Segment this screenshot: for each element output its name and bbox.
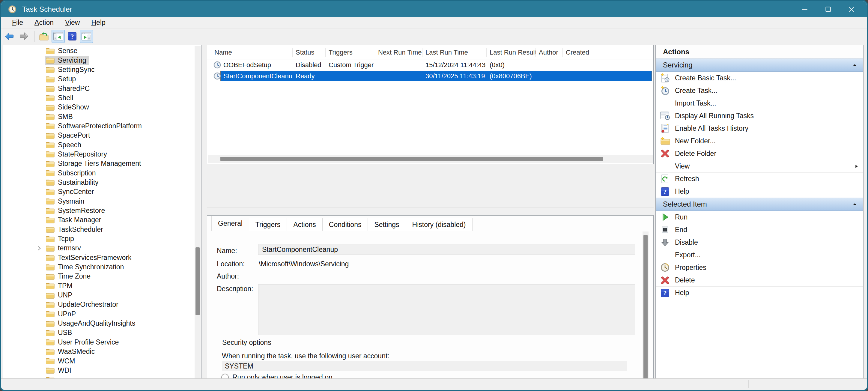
tab-triggers[interactable]: Triggers [249, 218, 287, 231]
tree-item-waasmedic[interactable]: WaaSMedic [3, 347, 194, 356]
actions-section-label: Selected Item [663, 200, 707, 208]
tab-history-disabled[interactable]: History (disabled) [406, 218, 472, 231]
show-action-pane-button[interactable] [80, 30, 93, 43]
action-item-view[interactable]: View [656, 160, 863, 173]
export-list-button[interactable] [37, 30, 51, 43]
tab-conditions[interactable]: Conditions [322, 218, 368, 231]
tab-settings[interactable]: Settings [368, 218, 406, 231]
maximize-button[interactable] [816, 1, 840, 17]
action-item-refresh[interactable]: Refresh [656, 173, 863, 185]
name-field[interactable]: StartComponentCleanup [258, 244, 636, 255]
back-button[interactable] [3, 30, 16, 43]
tree-item-setup[interactable]: Setup [3, 74, 194, 84]
action-item-enable-all-tasks-history[interactable]: Enable All Tasks History [656, 122, 863, 134]
action-item-properties[interactable]: Properties [656, 261, 863, 274]
action-item-export[interactable]: Export... [656, 248, 863, 261]
action-item-help[interactable]: ?Help [656, 185, 863, 198]
tree-item-sysmain[interactable]: Sysmain [3, 197, 194, 206]
horizontal-splitter[interactable] [207, 208, 654, 215]
tree-item-usageandqualityinsights[interactable]: UsageAndQualityInsights [3, 319, 194, 328]
tree-item-wdi[interactable]: WDI [3, 366, 194, 375]
task-row-oobefodsetup[interactable]: OOBEFodSetupDisabledCustom Trigger15/12/… [207, 59, 653, 70]
collapse-arrow-icon[interactable] [852, 62, 858, 68]
column-header-triggers[interactable]: Triggers [326, 48, 375, 57]
tab-general[interactable]: General [211, 216, 249, 231]
tree-scrollbar[interactable] [194, 46, 200, 379]
column-header-last-run-time[interactable]: Last Run Time [423, 48, 487, 57]
tree-item-storage-tiers-management[interactable]: Storage Tiers Management [3, 159, 194, 168]
action-item-display-all-running-tasks[interactable]: Display All Running Tasks [656, 110, 863, 122]
action-item-end[interactable]: End [656, 223, 863, 236]
forward-button[interactable] [17, 30, 30, 43]
action-item-delete[interactable]: Delete [656, 274, 863, 287]
action-item-create-basic-task[interactable]: Create Basic Task... [656, 72, 863, 84]
tab-actions[interactable]: Actions [287, 218, 322, 231]
tree-item-termsrv[interactable]: termsrv [3, 243, 194, 253]
description-field[interactable] [258, 284, 636, 335]
column-header-name[interactable]: Name [207, 48, 292, 57]
task-row-startcomponentcleanup[interactable]: StartComponentCleanupReady30/11/2025 11:… [207, 70, 653, 82]
tree-item-updateorchestrator[interactable]: UpdateOrchestrator [3, 300, 194, 309]
menu-item-help[interactable]: Help [88, 18, 109, 27]
tree-item-upnp[interactable]: UPnP [3, 309, 194, 319]
action-item-disable[interactable]: Disable [656, 236, 863, 248]
column-header-author[interactable]: Author [536, 48, 563, 57]
tree-item-wcm[interactable]: WCM [3, 356, 194, 365]
action-item-delete-folder[interactable]: Delete Folder [656, 147, 863, 160]
actions-section-header-selected-item[interactable]: Selected Item [656, 198, 863, 211]
tree-item-time-synchronization[interactable]: Time Synchronization [3, 262, 194, 272]
tree-item-sideshow[interactable]: SideShow [3, 102, 194, 112]
menu-item-action[interactable]: Action [31, 18, 57, 27]
tree-item-settingsync[interactable]: SettingSync [3, 65, 194, 74]
menu-item-file[interactable]: File [8, 18, 27, 27]
tree-item-usb[interactable]: USB [3, 328, 194, 337]
tree-item-textservicesframework[interactable]: TextServicesFramework [3, 253, 194, 262]
minimize-button[interactable] [793, 1, 816, 17]
chevron-right-icon[interactable] [36, 245, 45, 251]
clock-icon [213, 61, 221, 69]
tree-item-user-profile-service[interactable]: User Profile Service [3, 338, 194, 347]
tree-item-sense[interactable]: Sense [3, 46, 194, 56]
tree-item-unp[interactable]: UNP [3, 291, 194, 300]
action-item-new-folder[interactable]: New Folder... [656, 134, 863, 147]
tree-scrollbar-thumb[interactable] [195, 247, 200, 315]
show-console-tree-button[interactable] [52, 30, 65, 43]
folder-icon [46, 85, 55, 92]
tree-item-systemrestore[interactable]: SystemRestore [3, 206, 194, 215]
task-list-hscrollbar-thumb[interactable] [220, 157, 603, 161]
tree-item-taskscheduler[interactable]: TaskScheduler [3, 225, 194, 234]
action-item-create-task[interactable]: Create Task... [656, 84, 863, 97]
tree-item-task-manager[interactable]: Task Manager [3, 215, 194, 224]
details-scrollbar-thumb[interactable] [644, 235, 648, 391]
tree-expander-space [36, 48, 45, 54]
tree-item-subscription[interactable]: Subscription [3, 168, 194, 178]
tree-item-softwareprotectionplatform[interactable]: SoftwareProtectionPlatform [3, 121, 194, 131]
tree-item-smb[interactable]: SMB [3, 112, 194, 121]
menu-item-view[interactable]: View [61, 18, 83, 27]
actions-section-header-servicing[interactable]: Servicing [656, 58, 863, 72]
details-scrollbar[interactable] [643, 232, 649, 391]
collapse-arrow-icon[interactable] [852, 201, 858, 207]
help-button[interactable]: ? [66, 30, 79, 43]
tree-item-tcpip[interactable]: Tcpip [3, 234, 194, 243]
tree-item-time-zone[interactable]: Time Zone [3, 272, 194, 281]
close-button[interactable] [840, 1, 863, 17]
tree-item-staterepository[interactable]: StateRepository [3, 150, 194, 159]
action-item-import-task[interactable]: Import Task... [656, 97, 863, 110]
action-item-run[interactable]: Run [656, 211, 863, 223]
column-header-last-run-result[interactable]: Last Run Result [487, 48, 536, 57]
column-header-status[interactable]: Status [292, 48, 326, 57]
action-item-help[interactable]: ?Help [656, 287, 863, 299]
tree-item-sharedpc[interactable]: SharedPC [3, 84, 194, 93]
tree-item-spaceport[interactable]: SpacePort [3, 131, 194, 140]
tree-item-servicing[interactable]: Servicing [3, 56, 194, 65]
tree-item-tpm[interactable]: TPM [3, 281, 194, 291]
tree-item-sustainability[interactable]: Sustainability [3, 178, 194, 187]
tree-expander-space [36, 273, 45, 280]
tree-item-synccenter[interactable]: SyncCenter [3, 187, 194, 197]
tree-item-speech[interactable]: Speech [3, 140, 194, 149]
column-header-next-run-time[interactable]: Next Run Time [375, 48, 423, 57]
task-list-hscrollbar[interactable] [208, 155, 653, 163]
column-header-created[interactable]: Created [563, 48, 615, 57]
tree-item-shell[interactable]: Shell [3, 93, 194, 102]
